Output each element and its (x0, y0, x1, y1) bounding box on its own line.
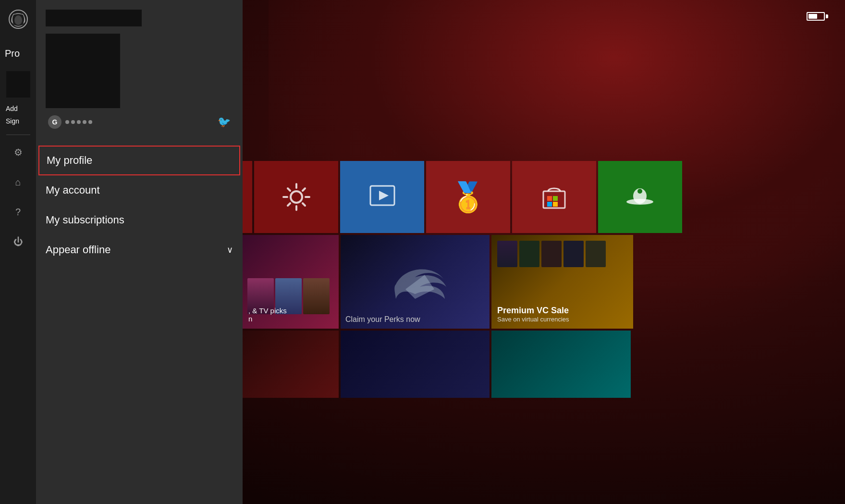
bottom-tile-1[interactable] (243, 331, 339, 398)
bottom-tile-3[interactable] (491, 331, 631, 398)
dot-4 (83, 120, 86, 124)
bottom-tile-2[interactable] (341, 331, 490, 398)
appear-offline-label: Appear offline (46, 244, 110, 256)
svg-point-20 (637, 189, 642, 194)
svg-point-1 (14, 15, 22, 25)
battery-tip (826, 14, 828, 18)
tv-picks-label: , & TV picks (248, 307, 287, 315)
tile-partial[interactable] (243, 161, 252, 233)
profile-header: G 🐦 (36, 0, 243, 146)
sidebar-sign-label: Sign (0, 117, 19, 125)
battery-indicator (807, 12, 828, 21)
power-icon[interactable]: ⏻ (11, 234, 26, 249)
menu-item-appear-offline[interactable]: Appear offline ∨ (36, 235, 243, 265)
svg-rect-16 (547, 202, 552, 207)
svg-rect-14 (547, 196, 552, 201)
my-subscriptions-label: My subscriptions (46, 214, 124, 226)
settings-icon[interactable]: ⚙ (11, 145, 26, 160)
vc-sale-title: Premium VC Sale (497, 306, 627, 316)
sidebar: Pro Add Sign ⚙ ⌂ ? ⏻ (0, 0, 36, 504)
sidebar-divider (6, 135, 30, 135)
twitter-icon: 🐦 (218, 116, 231, 128)
dragon-illustration (367, 246, 463, 318)
dot-1 (65, 120, 69, 124)
my-profile-label: My profile (47, 154, 92, 167)
medal-icon: 🥇 (450, 180, 486, 214)
home-icon[interactable]: ⌂ (11, 174, 26, 190)
svg-marker-12 (379, 191, 389, 200)
hat-tile-icon (625, 182, 656, 213)
dropdown-panel: G 🐦 My profile My account My subscriptio… (36, 0, 243, 504)
svg-rect-17 (553, 202, 558, 207)
svg-line-8 (303, 203, 305, 206)
profile-avatar-large (46, 34, 120, 108)
battery-body (807, 12, 825, 21)
my-account-label: My account (46, 184, 100, 197)
tile-settings[interactable] (254, 161, 338, 233)
menu-item-my-account[interactable]: My account (36, 175, 243, 205)
dot-3 (77, 120, 81, 124)
tv-picks-label2: n (248, 315, 287, 323)
main-content: 🥇 (243, 0, 845, 504)
svg-line-9 (303, 188, 305, 191)
tile-vc-sale[interactable]: Premium VC Sale Save on virtual currenci… (491, 235, 633, 329)
battery-fill (808, 14, 817, 19)
sidebar-pro-label: Pro (0, 48, 20, 59)
vc-sale-subtitle: Save on virtual currencies (497, 316, 627, 323)
sidebar-profile-thumb (6, 71, 30, 98)
perks-label: Claim your Perks now (345, 315, 420, 324)
store-tile-icon (539, 182, 570, 213)
gear-tile-icon (280, 180, 313, 214)
help-icon[interactable]: ? (11, 204, 26, 220)
menu-item-my-subscriptions[interactable]: My subscriptions (36, 205, 243, 235)
svg-rect-15 (553, 196, 558, 201)
svg-line-7 (288, 188, 290, 191)
tiles-row-top: 🥇 (243, 0, 845, 233)
tile-perks[interactable]: Claim your Perks now (341, 235, 490, 329)
xbox-logo-icon (9, 10, 28, 29)
profile-social-row: G 🐦 (46, 115, 233, 129)
social-dots (65, 120, 92, 124)
social-icons-left: G (48, 115, 92, 129)
profile-name-bar (46, 10, 142, 26)
menu-item-my-profile[interactable]: My profile (38, 146, 240, 175)
tile-media[interactable] (340, 161, 424, 233)
svg-line-10 (288, 203, 290, 206)
bottom-row (243, 331, 845, 398)
tile-tv-picks[interactable]: , & TV picks n (243, 235, 339, 329)
media-tile-icon (366, 180, 399, 214)
chevron-down-icon: ∨ (227, 245, 233, 255)
tv-picks-text: , & TV picks n (248, 307, 287, 323)
content-rows: , & TV picks n Claim your Perks now (243, 235, 845, 329)
tile-store[interactable] (512, 161, 596, 233)
tile-game[interactable] (598, 161, 682, 233)
gamertag-icon: G (48, 115, 61, 129)
dot-2 (71, 120, 75, 124)
dot-5 (88, 120, 92, 124)
sidebar-add-label: Add (0, 105, 18, 112)
svg-point-2 (291, 191, 302, 203)
tile-achievements[interactable]: 🥇 (426, 161, 510, 233)
